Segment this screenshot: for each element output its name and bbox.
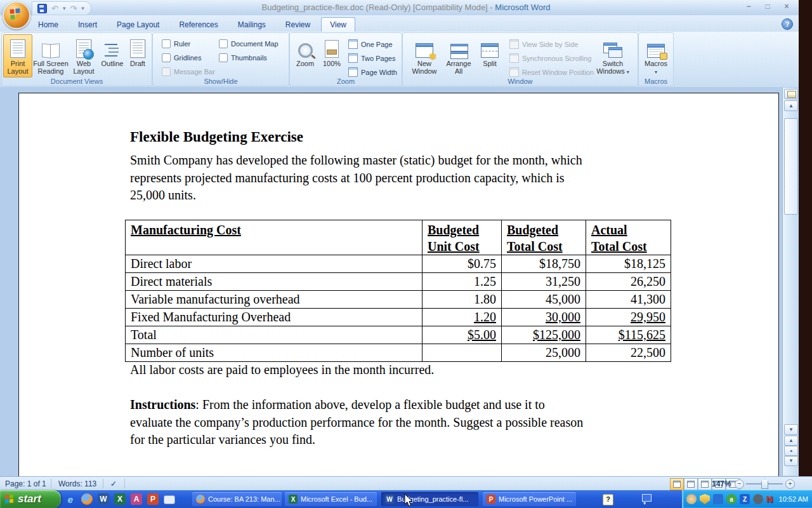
zoom-100-button[interactable]: 100% — [319, 35, 344, 76]
messenger-tray-icon[interactable] — [686, 494, 697, 504]
tab-mailings[interactable]: Mailings — [229, 17, 275, 32]
help-icon[interactable]: ? — [782, 18, 793, 30]
table-cell: Number of units — [126, 344, 422, 362]
tab-view[interactable]: View — [321, 17, 355, 32]
thumbnails-checkbox[interactable]: Thumbnails — [219, 53, 267, 62]
zoom-button[interactable]: Zoom — [292, 35, 318, 76]
tab-insert[interactable]: Insert — [69, 17, 106, 32]
scrollbar-thumb[interactable] — [784, 118, 798, 215]
outline-button[interactable]: Outline — [98, 35, 126, 76]
table-row: Variable manufacturing overhead 1.80 45,… — [126, 291, 671, 309]
table-cell: Manufacturing Cost — [126, 220, 422, 255]
group-label-zoom: Zoom — [290, 77, 402, 85]
web-layout-view-icon — [701, 481, 709, 488]
sync-scrolling-icon — [509, 53, 519, 63]
print-layout-view-button[interactable] — [670, 478, 684, 490]
reset-position-icon — [509, 67, 519, 77]
close-button[interactable]: × — [779, 2, 794, 12]
one-page-icon — [348, 39, 358, 49]
browse-previous-button[interactable]: ▲ — [784, 436, 798, 446]
print-layout-button[interactable]: Print Layout — [3, 34, 32, 77]
side-by-side-icon — [509, 39, 519, 49]
help-tray-icon[interactable]: ? — [603, 494, 613, 505]
vertical-scrollbar[interactable]: ▲ ▼ ▲ ● ▼ — [782, 88, 799, 476]
full-screen-view-button[interactable] — [684, 478, 698, 490]
browse-next-button[interactable]: ▼ — [784, 456, 798, 466]
draft-button[interactable]: Draft — [126, 35, 149, 76]
mouse-cursor — [404, 494, 414, 508]
clock[interactable]: 10:52 AM — [779, 495, 808, 503]
table-cell: 26,250 — [586, 273, 671, 291]
antivirus-tray-icon[interactable]: a — [726, 494, 737, 504]
new-window-button[interactable]: ✱ New Window — [408, 35, 441, 76]
zoom-slider-thumb[interactable] — [761, 479, 768, 489]
table-cell: $18,750 — [502, 255, 586, 273]
tab-review[interactable]: Review — [277, 17, 319, 32]
task-excel[interactable]: X Microsoft Excel - Bud... — [285, 492, 377, 506]
restore-button[interactable]: □ — [760, 2, 775, 12]
print-layout-icon — [10, 39, 25, 58]
task-word-active[interactable]: W Budgeting_practice-fl... — [381, 492, 478, 506]
table-row: Number of units 25,000 22,500 — [126, 344, 671, 362]
start-button[interactable]: start — [0, 490, 61, 508]
gridlines-checkbox[interactable]: Gridlines — [162, 53, 201, 62]
minimize-button[interactable]: − — [741, 2, 756, 12]
tools-tray-icon[interactable] — [713, 494, 723, 504]
switch-windows-button[interactable]: Switch Windows ▾ — [593, 35, 632, 76]
synchronous-scrolling-button: Synchronous Scrolling — [509, 53, 591, 63]
macros-button[interactable]: Macros ▾ — [643, 35, 669, 76]
zoom-in-button[interactable]: + — [785, 479, 795, 489]
powerpoint-quicklaunch-icon[interactable]: P — [147, 493, 159, 505]
zoom-out-button[interactable]: − — [735, 479, 744, 489]
group-label-document-views: Document Views — [2, 77, 152, 85]
instructions-paragraph: Instructions: From the information above… — [130, 396, 583, 449]
norton-tray-icon[interactable]: N — [764, 494, 775, 504]
system-tray: a Z N 10:52 AM — [682, 490, 812, 508]
web-layout-icon — [76, 39, 91, 58]
excel-quicklaunch-icon[interactable]: X — [114, 493, 126, 505]
web-layout-button[interactable]: Web Layout — [70, 35, 97, 76]
arrange-all-button[interactable]: Arrange All — [442, 35, 475, 76]
z-tray-icon[interactable]: Z — [740, 494, 750, 504]
firefox-icon[interactable] — [81, 493, 93, 505]
zoom-level[interactable]: 147% — [712, 479, 731, 488]
show-desktop-icon[interactable] — [164, 495, 175, 504]
select-browse-object-button[interactable]: ● — [784, 446, 798, 456]
task-powerpoint[interactable]: P Microsoft PowerPoint ... — [483, 492, 576, 506]
shield-tray-icon[interactable] — [700, 494, 710, 504]
proofing-status-icon[interactable]: ✓ — [110, 479, 117, 488]
scroll-down-button[interactable]: ▼ — [784, 424, 798, 435]
document-page[interactable]: Flexible Budgeting Exercise Smith Compan… — [18, 93, 779, 476]
ruler-checkbox[interactable]: Ruler — [162, 39, 190, 48]
outline-icon — [105, 43, 120, 58]
tab-home[interactable]: Home — [29, 17, 67, 32]
table-cell — [422, 344, 502, 362]
table-cell: 1.25 — [422, 273, 502, 291]
two-pages-button[interactable]: Two Pages — [348, 53, 395, 63]
access-quicklaunch-icon[interactable]: A — [131, 493, 142, 505]
tab-page-layout[interactable]: Page Layout — [108, 17, 168, 32]
split-button[interactable]: Split — [476, 35, 503, 76]
instructions-label: Instructions — [130, 398, 195, 411]
tray-chevron-icon[interactable]: ▾ — [643, 500, 646, 506]
full-screen-reading-button[interactable]: Full Screen Reading — [32, 35, 69, 76]
word-quicklaunch-icon[interactable]: W — [98, 493, 109, 505]
page-indicator[interactable]: Page: 1 of 1 — [5, 479, 46, 488]
volume-tray-icon[interactable] — [753, 494, 763, 504]
document-map-checkbox[interactable]: Document Map — [219, 39, 278, 48]
word-count[interactable]: Words: 113 — [58, 479, 96, 488]
table-cell: BudgetedTotal Cost — [502, 220, 586, 255]
page-width-button[interactable]: Page Width — [348, 67, 397, 77]
table-cell: Total — [126, 326, 422, 344]
scroll-up-button[interactable]: ▲ — [784, 100, 798, 111]
office-button[interactable] — [3, 1, 30, 29]
one-page-button[interactable]: One Page — [348, 39, 393, 49]
web-layout-view-button[interactable] — [698, 478, 712, 490]
full-screen-reading-icon — [42, 44, 60, 58]
internet-explorer-icon[interactable]: e — [65, 493, 76, 505]
tab-references[interactable]: References — [170, 17, 226, 32]
table-cell: 29,950 — [586, 309, 671, 326]
title-bar: ↶ ▾ ↷ ▾ Budgeting_practice-flex.doc (Rea… — [0, 0, 812, 16]
task-firefox-course[interactable]: Course: BA 213: Man... — [192, 492, 282, 506]
ruler-toggle-button[interactable] — [784, 89, 798, 99]
